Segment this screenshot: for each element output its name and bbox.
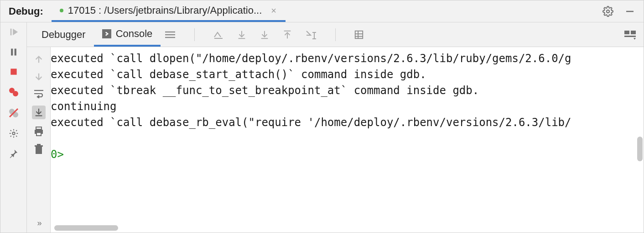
svg-rect-26 bbox=[355, 31, 363, 38]
expand-icon[interactable]: » bbox=[37, 218, 40, 228]
stop-button[interactable] bbox=[9, 67, 18, 76]
console-row: » executed `call dlopen("/home/deploy/.r… bbox=[27, 47, 644, 233]
console-output-area[interactable]: executed `call dlopen("/home/deploy/.rbe… bbox=[51, 47, 644, 233]
step-out-icon[interactable] bbox=[213, 30, 224, 40]
svg-rect-6 bbox=[10, 69, 16, 74]
table-icon[interactable] bbox=[354, 30, 364, 40]
separator bbox=[335, 28, 336, 41]
tab-console[interactable]: Console bbox=[94, 22, 161, 47]
pin-button[interactable] bbox=[9, 148, 19, 159]
svg-rect-41 bbox=[36, 132, 41, 136]
pause-button[interactable] bbox=[9, 47, 18, 57]
svg-rect-43 bbox=[35, 145, 43, 147]
svg-rect-30 bbox=[624, 31, 629, 34]
debug-panel-body: Debugger Console bbox=[0, 22, 644, 233]
threads-icon[interactable] bbox=[164, 30, 176, 39]
session-tab[interactable]: 17015 : /Users/jetbrains/Library/Applica… bbox=[52, 0, 286, 22]
layout-icon[interactable] bbox=[624, 30, 636, 40]
debug-panel-header: Debug: 17015 : /Users/jetbrains/Library/… bbox=[0, 0, 644, 22]
subtab-toolbar bbox=[161, 28, 364, 41]
console-icon bbox=[102, 29, 111, 38]
console-text: executed `call dlopen("/home/deploy/.rbe… bbox=[51, 47, 644, 163]
tab-debugger[interactable]: Debugger bbox=[33, 22, 94, 47]
run-status-indicator-icon bbox=[60, 9, 63, 12]
resume-button[interactable] bbox=[9, 27, 19, 37]
scroll-down-button[interactable] bbox=[34, 72, 44, 82]
session-tab-label: 17015 : /Users/jetbrains/Library/Applica… bbox=[68, 5, 262, 16]
download-icon[interactable] bbox=[237, 30, 247, 40]
minimize-icon[interactable] bbox=[624, 6, 635, 17]
svg-rect-31 bbox=[631, 31, 636, 34]
vertical-scrollbar-thumb[interactable] bbox=[637, 137, 643, 161]
step-into-cursor-icon[interactable] bbox=[305, 30, 317, 40]
gear-icon[interactable] bbox=[602, 6, 613, 17]
svg-marker-3 bbox=[13, 29, 18, 36]
breakpoints-button[interactable] bbox=[8, 86, 19, 97]
svg-point-8 bbox=[13, 91, 18, 96]
console-inner-toolbar: » bbox=[27, 47, 51, 233]
subtab-right bbox=[624, 30, 644, 40]
close-icon[interactable]: × bbox=[271, 6, 276, 15]
svg-rect-39 bbox=[36, 127, 42, 129]
debug-left-toolbar bbox=[0, 22, 27, 233]
print-button[interactable] bbox=[33, 127, 44, 137]
settings-button[interactable] bbox=[9, 128, 19, 138]
svg-rect-42 bbox=[36, 147, 42, 154]
mute-breakpoints-button[interactable] bbox=[8, 107, 19, 118]
tab-debugger-label: Debugger bbox=[42, 29, 86, 41]
upload-icon[interactable] bbox=[282, 30, 292, 40]
svg-rect-2 bbox=[10, 29, 11, 36]
svg-point-0 bbox=[607, 10, 609, 13]
tab-console-label: Console bbox=[116, 28, 153, 40]
separator bbox=[194, 28, 195, 41]
clear-all-button[interactable] bbox=[34, 144, 43, 155]
panel-title: Debug: bbox=[0, 5, 52, 17]
debug-subtab-row: Debugger Console bbox=[27, 22, 644, 47]
svg-rect-5 bbox=[14, 49, 16, 56]
header-right-icons bbox=[602, 6, 644, 17]
scroll-to-end-button[interactable] bbox=[32, 106, 46, 119]
debug-main-column: Debugger Console bbox=[27, 22, 644, 233]
horizontal-scrollbar-thumb[interactable] bbox=[54, 225, 118, 231]
svg-rect-44 bbox=[37, 144, 41, 145]
download2-icon[interactable] bbox=[260, 30, 270, 40]
scroll-up-button[interactable] bbox=[34, 54, 44, 64]
console-prompt: 0> bbox=[51, 148, 70, 161]
soft-wrap-button[interactable] bbox=[33, 89, 44, 98]
svg-rect-4 bbox=[11, 49, 13, 56]
svg-point-12 bbox=[12, 132, 15, 135]
svg-rect-32 bbox=[624, 36, 636, 37]
svg-marker-33 bbox=[634, 38, 636, 40]
